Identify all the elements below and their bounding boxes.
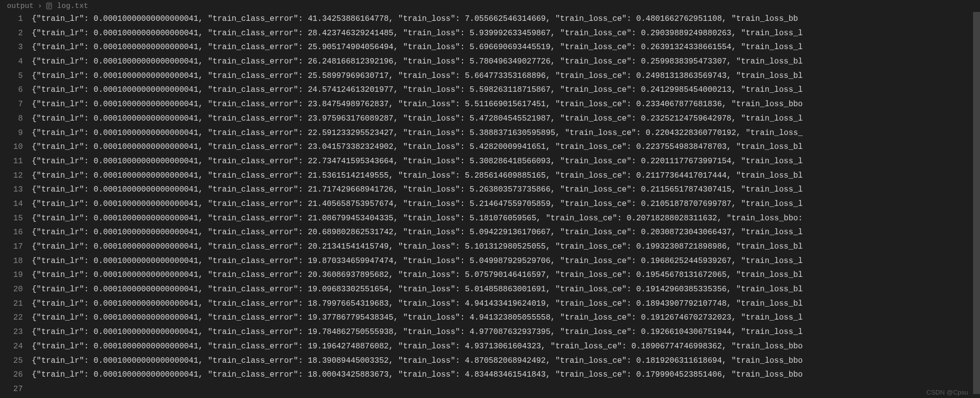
- line-number: 21: [0, 297, 23, 311]
- code-line[interactable]: {"train_lr": 0.00010000000000000041, "tr…: [32, 225, 980, 240]
- line-number: 23: [0, 325, 23, 339]
- line-number: 27: [0, 382, 23, 397]
- line-number: 9: [0, 126, 23, 140]
- line-number: 10: [0, 140, 23, 154]
- code-line[interactable]: {"train_lr": 0.00010000000000000041, "tr…: [32, 97, 980, 112]
- code-line[interactable]: {"train_lr": 0.00010000000000000041, "tr…: [32, 126, 980, 140]
- vertical-scrollbar[interactable]: [973, 12, 980, 398]
- line-number: 6: [0, 83, 23, 97]
- line-number: 25: [0, 354, 23, 368]
- code-line[interactable]: {"train_lr": 0.00010000000000000041, "tr…: [32, 83, 980, 97]
- code-line[interactable]: {"train_lr": 0.00010000000000000041, "tr…: [32, 26, 980, 41]
- line-number: 7: [0, 97, 23, 112]
- line-number: 14: [0, 197, 23, 211]
- line-number: 2: [0, 26, 23, 41]
- code-line[interactable]: {"train_lr": 0.00010000000000000041, "tr…: [32, 197, 980, 211]
- code-line[interactable]: {"train_lr": 0.00010000000000000041, "tr…: [32, 55, 980, 69]
- code-line[interactable]: [32, 382, 980, 397]
- code-line[interactable]: {"train_lr": 0.00010000000000000041, "tr…: [32, 154, 980, 169]
- code-line[interactable]: {"train_lr": 0.00010000000000000041, "tr…: [32, 40, 980, 55]
- code-line[interactable]: {"train_lr": 0.00010000000000000041, "tr…: [32, 254, 980, 268]
- code-editor[interactable]: 1234567891011121314151617181920212223242…: [0, 12, 980, 398]
- editor-content[interactable]: {"train_lr": 0.00010000000000000041, "tr…: [32, 12, 980, 398]
- code-line[interactable]: {"train_lr": 0.00010000000000000041, "tr…: [32, 112, 980, 126]
- line-number: 15: [0, 211, 23, 226]
- line-number: 26: [0, 368, 23, 382]
- line-number: 12: [0, 169, 23, 183]
- code-line[interactable]: {"train_lr": 0.00010000000000000041, "tr…: [32, 140, 980, 154]
- breadcrumb-file[interactable]: log.txt: [56, 2, 89, 10]
- line-number: 4: [0, 55, 23, 69]
- line-number: 18: [0, 254, 23, 268]
- code-line[interactable]: {"train_lr": 0.00010000000000000041, "tr…: [32, 282, 980, 297]
- code-line[interactable]: {"train_lr": 0.00010000000000000041, "tr…: [32, 268, 980, 282]
- code-line[interactable]: {"train_lr": 0.00010000000000000041, "tr…: [32, 169, 980, 183]
- line-number: 5: [0, 69, 23, 83]
- code-line[interactable]: {"train_lr": 0.00010000000000000041, "tr…: [32, 69, 980, 83]
- line-number: 3: [0, 40, 23, 55]
- breadcrumb-folder[interactable]: output: [6, 2, 35, 10]
- line-number: 13: [0, 183, 23, 197]
- code-line[interactable]: {"train_lr": 0.00010000000000000041, "tr…: [32, 325, 980, 339]
- code-line[interactable]: {"train_lr": 0.00010000000000000041, "tr…: [32, 311, 980, 325]
- code-line[interactable]: {"train_lr": 0.00010000000000000041, "tr…: [32, 297, 980, 311]
- scrollbar-thumb[interactable]: [973, 12, 980, 394]
- line-number: 8: [0, 112, 23, 126]
- line-number: 20: [0, 282, 23, 297]
- code-line[interactable]: {"train_lr": 0.00010000000000000041, "tr…: [32, 12, 980, 26]
- line-number-gutter: 1234567891011121314151617181920212223242…: [0, 12, 32, 398]
- watermark-text: CSDN @Cpsu: [926, 389, 968, 396]
- code-line[interactable]: {"train_lr": 0.00010000000000000041, "tr…: [32, 183, 980, 197]
- code-line[interactable]: {"train_lr": 0.00010000000000000041, "tr…: [32, 240, 980, 254]
- line-number: 11: [0, 154, 23, 169]
- chevron-right-icon: ›: [35, 2, 45, 10]
- code-line[interactable]: {"train_lr": 0.00010000000000000041, "tr…: [32, 339, 980, 354]
- breadcrumb[interactable]: output › log.txt: [0, 0, 980, 12]
- code-line[interactable]: {"train_lr": 0.00010000000000000041, "tr…: [32, 368, 980, 382]
- line-number: 24: [0, 339, 23, 354]
- text-file-icon: [45, 2, 53, 10]
- line-number: 22: [0, 311, 23, 325]
- line-number: 16: [0, 225, 23, 240]
- code-line[interactable]: {"train_lr": 0.00010000000000000041, "tr…: [32, 211, 980, 226]
- line-number: 19: [0, 268, 23, 282]
- line-number: 1: [0, 12, 23, 26]
- code-line[interactable]: {"train_lr": 0.00010000000000000041, "tr…: [32, 354, 980, 368]
- line-number: 17: [0, 240, 23, 254]
